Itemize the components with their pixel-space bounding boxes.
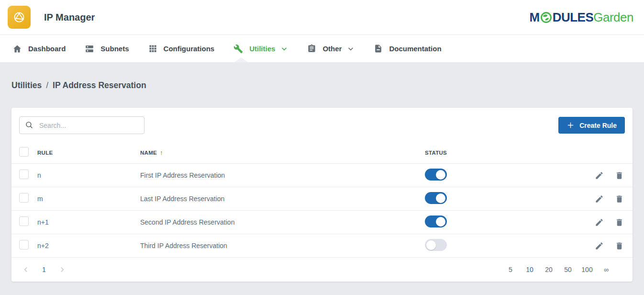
rule-cell: n+2 xyxy=(37,242,140,250)
delete-icon[interactable] xyxy=(615,241,624,250)
table-body: n First IP Address Reservation xyxy=(11,164,633,258)
toggle-knob xyxy=(436,193,445,203)
row-actions xyxy=(576,218,633,227)
status-cell xyxy=(425,169,576,182)
table-row: n+2 Third IP Address Reservation xyxy=(11,234,633,258)
create-rule-button[interactable]: Create Rule xyxy=(558,117,625,134)
pagination: 1 5 10 20 50 100 ∞ xyxy=(11,258,633,282)
nav-label: Subnets xyxy=(100,45,129,53)
nav-label: Dashboard xyxy=(28,45,66,53)
home-icon xyxy=(12,44,22,54)
delete-icon[interactable] xyxy=(615,218,624,227)
row-checkbox-cell xyxy=(11,240,37,251)
nav-item-documentation[interactable]: Documentation xyxy=(364,35,451,62)
nav-item-dashboard[interactable]: Dashboard xyxy=(3,35,75,62)
subnets-icon xyxy=(85,44,94,54)
pager-controls: 1 xyxy=(19,266,69,273)
modulesgarden-logo: M DULES Garden xyxy=(529,11,633,23)
page-size-100[interactable]: 100 xyxy=(581,266,593,273)
card-toolbar: Create Rule xyxy=(11,108,633,142)
name-cell: Last IP Address Reservation xyxy=(140,195,425,203)
brand-text-garden: Garden xyxy=(593,11,633,23)
search-input[interactable] xyxy=(19,116,144,134)
page-size-5[interactable]: 5 xyxy=(504,266,517,273)
edit-icon[interactable] xyxy=(595,218,604,227)
status-cell xyxy=(425,239,576,252)
wrench-icon xyxy=(233,44,243,54)
table-row: n First IP Address Reservation xyxy=(11,164,633,187)
page-size-50[interactable]: 50 xyxy=(562,266,574,273)
column-label: STATUS xyxy=(425,150,447,156)
breadcrumb-page: IP Address Reservation xyxy=(53,80,146,91)
row-checkbox[interactable] xyxy=(19,240,29,250)
nav-item-other[interactable]: Other xyxy=(298,35,364,62)
pagination-next-button[interactable] xyxy=(56,266,69,273)
column-header-status[interactable]: STATUS xyxy=(425,150,576,156)
rule-cell: n+1 xyxy=(37,218,140,226)
row-checkbox-cell xyxy=(11,216,37,228)
select-all-cell xyxy=(11,147,37,159)
row-checkbox[interactable] xyxy=(19,216,29,226)
page-size-selector: 5 10 20 50 100 ∞ xyxy=(504,266,625,273)
active-tab-notch xyxy=(234,57,248,62)
brand-text-dules: DULES xyxy=(553,11,594,23)
status-toggle[interactable] xyxy=(425,192,447,204)
pagination-prev-button[interactable] xyxy=(19,266,33,273)
chevron-left-icon xyxy=(22,266,30,273)
chevron-right-icon xyxy=(58,266,66,273)
breadcrumb: Utilities / IP Address Reservation xyxy=(11,80,633,91)
nav-item-subnets[interactable]: Subnets xyxy=(75,35,138,62)
row-checkbox[interactable] xyxy=(19,193,29,203)
toggle-knob xyxy=(436,170,445,180)
status-cell xyxy=(425,192,576,205)
rule-cell: n xyxy=(37,171,140,179)
page-size-infinity-icon[interactable]: ∞ xyxy=(600,266,612,273)
page-size-10[interactable]: 10 xyxy=(523,266,536,273)
pagination-page-1[interactable]: 1 xyxy=(39,266,49,273)
page-size-20[interactable]: 20 xyxy=(543,266,555,273)
table-row: n+1 Second IP Address Reservation xyxy=(11,211,633,234)
status-toggle[interactable] xyxy=(425,239,447,251)
row-checkbox[interactable] xyxy=(19,170,29,179)
row-actions xyxy=(576,194,633,204)
row-checkbox-cell xyxy=(11,170,37,181)
rule-cell: m xyxy=(37,195,140,203)
nav-label: Utilities xyxy=(249,45,275,53)
reservation-rules-card: Create Rule RULE NAME ↑ STATUS xyxy=(11,108,633,282)
breadcrumb-section[interactable]: Utilities xyxy=(11,80,42,91)
column-header-name[interactable]: NAME ↑ xyxy=(140,149,425,156)
delete-icon[interactable] xyxy=(615,171,624,180)
nav-label: Other xyxy=(322,45,342,53)
sort-asc-icon: ↑ xyxy=(160,149,163,156)
document-icon xyxy=(374,44,383,53)
ip-manager-logo xyxy=(8,6,31,29)
edit-icon[interactable] xyxy=(595,194,604,204)
content-area: Utilities / IP Address Reservation Creat… xyxy=(0,80,644,282)
search-icon xyxy=(25,121,33,131)
brand-text-m: M xyxy=(529,11,539,23)
table-row: m Last IP Address Reservation xyxy=(11,187,633,211)
nav-item-configurations[interactable]: Configurations xyxy=(139,35,224,62)
name-cell: First IP Address Reservation xyxy=(140,171,425,179)
row-actions xyxy=(576,241,633,250)
search-box xyxy=(19,116,144,134)
row-checkbox-cell xyxy=(11,193,37,204)
delete-icon[interactable] xyxy=(615,194,624,204)
edit-icon[interactable] xyxy=(595,171,604,180)
toggle-knob xyxy=(426,240,436,250)
app-header: IP Manager M DULES Garden xyxy=(0,0,644,35)
name-cell: Third IP Address Reservation xyxy=(140,242,425,250)
plus-icon xyxy=(566,121,575,129)
globe-network-icon xyxy=(11,9,27,25)
edit-icon[interactable] xyxy=(595,241,604,250)
status-cell xyxy=(425,216,576,229)
status-toggle[interactable] xyxy=(425,216,447,227)
toggle-knob xyxy=(436,217,445,227)
table-header: RULE NAME ↑ STATUS xyxy=(11,142,633,164)
nav-label: Documentation xyxy=(389,45,441,53)
create-rule-label: Create Rule xyxy=(579,122,617,129)
status-toggle[interactable] xyxy=(425,169,447,181)
clipboard-icon xyxy=(307,44,316,53)
select-all-checkbox[interactable] xyxy=(19,147,29,157)
column-header-rule[interactable]: RULE xyxy=(37,150,140,156)
